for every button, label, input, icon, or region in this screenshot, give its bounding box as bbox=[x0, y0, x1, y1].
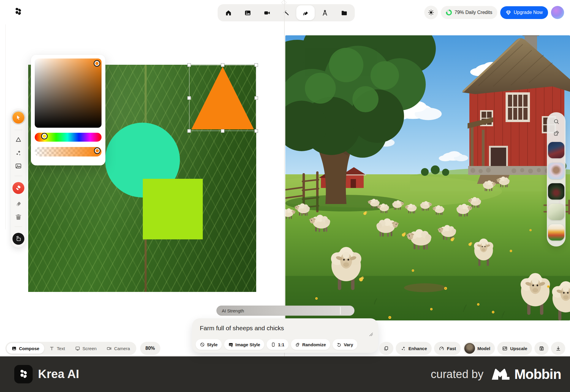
sun-icon bbox=[428, 9, 434, 16]
selection-box[interactable] bbox=[189, 65, 256, 131]
hue-handle[interactable] bbox=[42, 134, 47, 139]
vary-button[interactable]: Vary bbox=[332, 339, 357, 350]
generation-thumbnail-fairy-portrait[interactable] bbox=[548, 163, 564, 179]
fast-label: Fast bbox=[447, 346, 456, 351]
generation-thumbnail-night-canyon[interactable] bbox=[548, 142, 564, 158]
select-tool-button[interactable] bbox=[12, 112, 24, 124]
saturation-handle[interactable] bbox=[94, 61, 99, 66]
split-divider[interactable] bbox=[284, 0, 285, 356]
model-button[interactable]: Model bbox=[463, 342, 495, 355]
eraser-tool-button[interactable] bbox=[15, 200, 22, 207]
nav-edit[interactable] bbox=[316, 5, 334, 20]
upscale-button[interactable]: Upscale bbox=[497, 342, 532, 355]
theme-toggle-button[interactable] bbox=[424, 6, 438, 19]
delete-tool-button[interactable] bbox=[15, 213, 22, 220]
zoom-level-button[interactable]: 80% bbox=[140, 342, 160, 355]
aspect-ratio-button[interactable]: 1:1 bbox=[267, 339, 289, 350]
krea-footer-logo bbox=[14, 365, 33, 383]
saturation-area[interactable] bbox=[35, 59, 102, 128]
dice-icon bbox=[295, 342, 300, 347]
dice-icon bbox=[553, 130, 560, 137]
prompt-input[interactable]: Farm full of sheeps and chicks bbox=[200, 325, 284, 332]
orange-triangle-shape[interactable] bbox=[189, 65, 256, 131]
mobbin-logo-group: Mobbin bbox=[491, 366, 561, 382]
daily-credits-badge[interactable]: 79% Daily Credits bbox=[441, 6, 497, 19]
magic-wand-icon bbox=[283, 10, 290, 16]
ai-strength-slider[interactable]: AI Strength bbox=[216, 306, 354, 316]
stamp-tool-button[interactable] bbox=[12, 182, 24, 194]
hue-slider[interactable] bbox=[35, 133, 102, 142]
text-label: Text bbox=[57, 346, 65, 351]
selection-handle-nw[interactable] bbox=[187, 63, 191, 67]
resize-grip-icon[interactable] bbox=[369, 332, 373, 336]
upgrade-now-button[interactable]: Upgrade Now bbox=[500, 6, 548, 19]
selection-handle-n[interactable] bbox=[221, 63, 224, 67]
tab-compose[interactable]: Compose bbox=[7, 343, 44, 354]
ai-strength-label: AI Strength bbox=[216, 308, 244, 313]
nav-realtime[interactable] bbox=[277, 5, 295, 20]
randomize-button[interactable]: Randomize bbox=[291, 339, 330, 350]
nav-draw[interactable] bbox=[296, 5, 315, 20]
generation-thumbnail-cartoon-castle[interactable] bbox=[548, 224, 564, 241]
krea-app: 79% Daily Credits Upgrade Now bbox=[0, 0, 570, 392]
alpha-slider[interactable] bbox=[35, 147, 102, 157]
mobbin-name: Mobbin bbox=[514, 366, 561, 382]
fast-mode-button[interactable]: Fast bbox=[434, 342, 461, 355]
upscale-icon bbox=[502, 346, 508, 351]
save-button[interactable] bbox=[534, 342, 549, 355]
download-button[interactable] bbox=[551, 342, 565, 355]
style-button[interactable]: Style bbox=[196, 339, 222, 350]
shape-tool-button[interactable] bbox=[15, 136, 22, 143]
ai-strength-handle[interactable] bbox=[340, 307, 341, 314]
generation-thumbnail-dark-cave[interactable] bbox=[548, 183, 564, 200]
selection-handle-ne[interactable] bbox=[254, 63, 258, 67]
stamp-icon bbox=[15, 184, 22, 192]
nav-image[interactable] bbox=[238, 5, 257, 20]
selection-handle-w[interactable] bbox=[187, 96, 191, 100]
refresh-icon bbox=[337, 342, 342, 347]
enhance-button[interactable]: Enhance bbox=[396, 342, 432, 355]
user-avatar[interactable] bbox=[551, 6, 564, 19]
copy-button[interactable] bbox=[379, 342, 393, 355]
camera-icon bbox=[107, 346, 112, 351]
compose-mode-bar: Compose Text Screen Camera 80% bbox=[5, 342, 160, 355]
add-image-tool-button[interactable] bbox=[15, 162, 22, 170]
nav-assets[interactable] bbox=[335, 5, 353, 20]
alpha-handle[interactable] bbox=[95, 148, 100, 153]
fill-tool-button[interactable] bbox=[12, 233, 24, 245]
selection-handle-s[interactable] bbox=[221, 129, 224, 133]
krea-logo[interactable] bbox=[13, 7, 23, 17]
selection-handle-e[interactable] bbox=[254, 96, 258, 100]
image-style-button[interactable]: Image Style bbox=[224, 339, 264, 350]
tab-text[interactable]: Text bbox=[44, 343, 70, 354]
screen-label: Screen bbox=[83, 346, 97, 351]
selection-handle-se[interactable] bbox=[254, 129, 258, 133]
search-button[interactable] bbox=[553, 118, 560, 126]
cursor-icon bbox=[15, 114, 22, 121]
ai-enhance-tool-button[interactable] bbox=[15, 149, 22, 157]
model-label: Model bbox=[477, 346, 490, 351]
curated-by-text: curated by bbox=[431, 368, 483, 381]
prompt-actions: Style Image Style 1:1 Randomize Vary bbox=[196, 339, 357, 350]
nav-home[interactable] bbox=[219, 5, 238, 20]
toolbar-divider bbox=[15, 227, 22, 227]
mobbin-mark-icon bbox=[491, 368, 510, 381]
nav-video[interactable] bbox=[258, 5, 276, 20]
generation-thumbnail-misty-landscape[interactable] bbox=[548, 204, 564, 220]
random-style-button[interactable] bbox=[553, 130, 560, 138]
randomize-label: Randomize bbox=[302, 342, 326, 347]
paint-bucket-icon bbox=[15, 235, 22, 242]
generated-image[interactable] bbox=[285, 35, 570, 320]
image-icon bbox=[244, 10, 251, 16]
upgrade-label: Upgrade Now bbox=[514, 10, 543, 15]
triangle-icon bbox=[15, 136, 22, 143]
krea-mark-icon bbox=[18, 368, 29, 380]
tab-camera[interactable]: Camera bbox=[102, 343, 135, 354]
selection-handle-sw[interactable] bbox=[187, 129, 191, 133]
tab-screen[interactable]: Screen bbox=[70, 343, 102, 354]
toolbar-divider bbox=[15, 176, 22, 176]
compose-label: Compose bbox=[19, 346, 39, 351]
green-square-shape[interactable] bbox=[143, 179, 203, 239]
aspect-ratio-icon bbox=[271, 342, 276, 347]
toolbar-divider bbox=[15, 130, 22, 130]
